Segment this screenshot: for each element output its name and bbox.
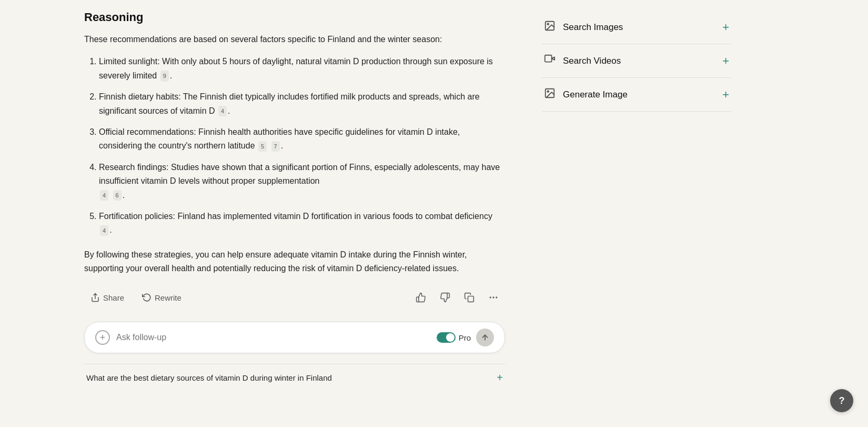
svg-rect-1 [468, 296, 474, 302]
generate-image-icon [544, 87, 556, 102]
list-item: Official recommendations: Finnish health… [99, 125, 505, 153]
follow-up-add-button[interactable]: + [95, 330, 110, 345]
svg-point-4 [496, 297, 497, 299]
sidebar-item-search-images[interactable]: Search Images + [542, 11, 731, 44]
action-bar-left: Share Rewrite [86, 291, 186, 304]
copy-button[interactable] [460, 288, 479, 307]
citation-badge: 7 [271, 141, 280, 152]
list-item: Fortification policies: Finland has impl… [99, 210, 505, 237]
suggestion-text: What are the best dietary sources of vit… [86, 373, 332, 382]
pro-toggle-switch [437, 332, 456, 343]
svg-point-11 [547, 91, 549, 92]
pro-label: Pro [459, 333, 471, 342]
conclusion-text: By following these strategies, you can h… [84, 248, 505, 276]
sidebar-item-generate-image[interactable]: Generate Image + [542, 78, 731, 112]
reasoning-title: Reasoning [84, 11, 505, 24]
svg-point-7 [547, 23, 549, 25]
rewrite-button[interactable]: Rewrite [138, 291, 186, 304]
sidebar-item-left: Search Videos [544, 54, 621, 68]
suggestion-row[interactable]: What are the best dietary sources of vit… [84, 364, 505, 391]
list-item-text-1: Limited sunlight: With only about 5 hour… [99, 57, 493, 80]
svg-point-2 [490, 297, 491, 299]
pro-toggle[interactable]: Pro [437, 332, 471, 343]
citation-badge: 4 [100, 225, 108, 236]
sidebar-item-left: Generate Image [544, 87, 628, 102]
search-images-label: Search Images [563, 22, 623, 33]
more-options-button[interactable] [484, 288, 503, 307]
thumbs-down-button[interactable] [436, 288, 455, 307]
citation-badge: 4 [100, 190, 108, 201]
sidebar: Search Images + Search Videos + Generate… [526, 0, 747, 427]
search-videos-label: Search Videos [563, 56, 621, 66]
reasoning-list: Limited sunlight: With only about 5 hour… [84, 55, 505, 237]
rewrite-icon [142, 293, 152, 302]
sidebar-item-search-videos[interactable]: Search Videos + [542, 44, 731, 78]
video-icon [544, 54, 556, 68]
list-item-text-5: Fortification policies: Finland has impl… [99, 212, 492, 221]
intro-text: These recommendations are based on sever… [84, 33, 505, 46]
list-item-text-2: Finnish dietary habits: The Finnish diet… [99, 92, 480, 115]
send-button[interactable] [476, 329, 494, 346]
action-bar-right [411, 288, 503, 307]
follow-up-box: + Pro [84, 322, 505, 353]
list-item: Limited sunlight: With only about 5 hour… [99, 55, 505, 83]
share-label: Share [103, 293, 124, 302]
help-label: ? [839, 395, 845, 406]
suggestion-expand-icon: + [497, 372, 503, 384]
generate-image-label: Generate Image [563, 90, 628, 100]
list-item: Finnish dietary habits: The Finnish diet… [99, 90, 505, 118]
sidebar-item-left: Search Images [544, 20, 623, 34]
ellipsis-icon [488, 292, 499, 303]
send-icon [481, 333, 489, 342]
citation-badge: 9 [160, 71, 169, 81]
thumbs-up-icon [416, 292, 426, 303]
sidebar-plus-icon: + [722, 54, 729, 68]
sidebar-plus-icon: + [722, 21, 729, 34]
citation-badge: 6 [113, 190, 122, 201]
svg-point-3 [492, 297, 494, 299]
help-button[interactable]: ? [830, 389, 853, 412]
rewrite-label: Rewrite [155, 293, 181, 302]
list-item: Research findings: Studies have shown th… [99, 161, 505, 202]
sidebar-plus-icon: + [722, 88, 729, 102]
follow-up-input[interactable] [116, 333, 430, 342]
main-content: Reasoning These recommendations are base… [0, 0, 526, 427]
citation-badge: 4 [218, 106, 227, 116]
image-icon [544, 20, 556, 34]
thumbs-down-icon [440, 292, 450, 303]
action-bar: Share Rewrite [84, 288, 505, 307]
copy-icon [464, 292, 475, 303]
share-button[interactable]: Share [86, 291, 128, 304]
share-icon [90, 293, 100, 302]
svg-rect-8 [545, 55, 552, 62]
citation-badge: 5 [258, 141, 267, 152]
follow-up-right: Pro [437, 329, 494, 346]
thumbs-up-button[interactable] [411, 288, 430, 307]
list-item-text-4: Research findings: Studies have shown th… [99, 163, 500, 185]
